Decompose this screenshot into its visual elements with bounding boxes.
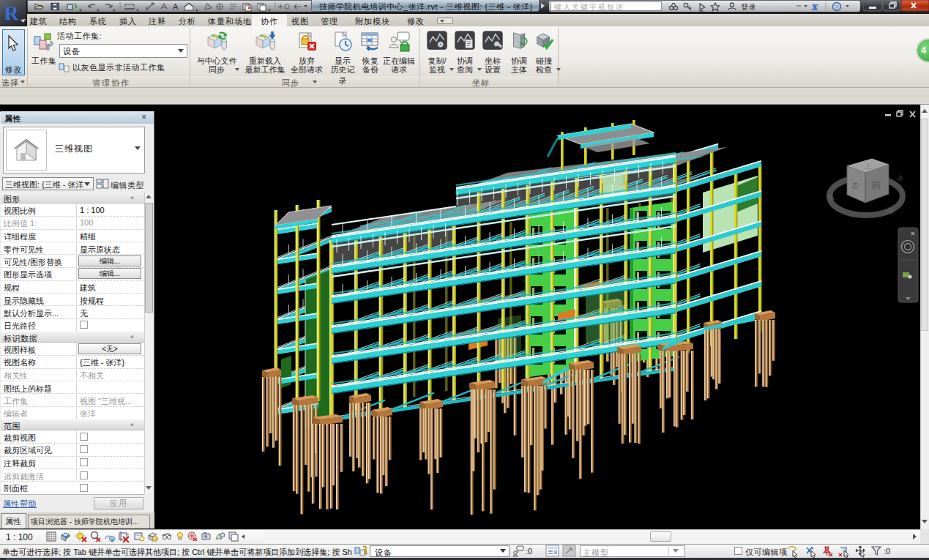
svg-text:西: 西 bbox=[826, 193, 835, 203]
svg-text:R: R bbox=[4, 1, 19, 24]
svg-text:南: 南 bbox=[886, 206, 895, 215]
svg-text:上: 上 bbox=[865, 163, 871, 170]
svg-text:前: 前 bbox=[870, 179, 881, 191]
svg-text:左: 左 bbox=[851, 180, 860, 190]
svg-text::0: :0 bbox=[884, 547, 890, 556]
